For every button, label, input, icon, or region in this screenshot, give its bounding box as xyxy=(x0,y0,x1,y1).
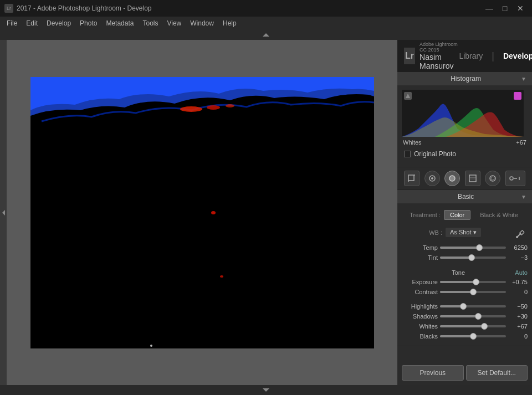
menu-view[interactable]: View xyxy=(162,18,186,28)
color-treatment-button[interactable]: Color xyxy=(444,210,470,220)
photo-frame xyxy=(30,77,374,348)
radial-filter-button[interactable] xyxy=(444,171,460,186)
tint-slider-row: Tint −3 xyxy=(402,253,528,263)
nav-library[interactable]: Library xyxy=(459,52,483,60)
blacks-slider-row: Blacks 0 xyxy=(402,331,528,341)
whites-slider-row: Whites +67 xyxy=(402,321,528,331)
user-name: Nasim Mansurov xyxy=(420,53,459,70)
temp-label: Temp xyxy=(402,244,438,251)
basic-collapse-icon: ▼ xyxy=(521,194,526,200)
collapse-top-icon[interactable] xyxy=(263,33,269,37)
heal-icon xyxy=(428,175,436,182)
tone-auto-button[interactable]: Auto xyxy=(515,269,528,276)
exposure-slider-fill xyxy=(440,281,476,283)
blacks-slider-track[interactable] xyxy=(440,335,506,337)
close-button[interactable]: ✕ xyxy=(513,1,528,16)
whites-slider-track[interactable] xyxy=(440,325,506,327)
svg-point-2 xyxy=(226,104,234,107)
minimize-button[interactable]: — xyxy=(482,1,497,16)
tone-label: Tone xyxy=(402,269,515,276)
set-default-button[interactable]: Set Default... xyxy=(466,365,528,381)
shadows-slider-fill xyxy=(440,315,478,317)
menu-metadata[interactable]: Metadata xyxy=(101,18,138,28)
bw-treatment-button[interactable]: Black & White xyxy=(474,210,524,220)
svg-rect-13 xyxy=(469,175,476,182)
collapse-bottom-icon[interactable] xyxy=(263,388,269,392)
tone-curve-button[interactable] xyxy=(505,171,525,186)
shadows-slider-track[interactable] xyxy=(440,315,506,317)
exposure-slider-row: Exposure +0.75 xyxy=(402,277,528,287)
histogram-label-row: Whites +67 xyxy=(402,137,528,148)
menu-edit[interactable]: Edit xyxy=(22,18,42,28)
exposure-slider-thumb[interactable] xyxy=(473,279,479,285)
histogram-title: Histogram xyxy=(411,75,521,83)
product-name: Adobe Lightroom CC 2015 xyxy=(420,42,459,53)
nav-develop[interactable]: Develop xyxy=(503,52,532,60)
svg-point-5 xyxy=(150,345,152,347)
crop-icon xyxy=(408,175,416,182)
lr-logo-box: Lr xyxy=(404,48,415,64)
shadows-label: Shadows xyxy=(402,313,438,320)
svg-point-3 xyxy=(211,211,216,214)
menubar: File Edit Develop Photo Metadata Tools V… xyxy=(0,17,532,30)
temp-value: 6250 xyxy=(508,244,528,251)
heal-tool-button[interactable] xyxy=(424,171,440,186)
histogram-svg xyxy=(402,90,524,137)
basic-header[interactable]: Basic ▼ xyxy=(397,190,532,203)
tone-gap xyxy=(402,263,528,267)
histogram-channel-label: Whites xyxy=(403,139,422,146)
lr-header: Lr Adobe Lightroom CC 2015 Nasim Mansuro… xyxy=(397,40,532,72)
menu-window[interactable]: Window xyxy=(186,18,218,28)
whites-label: Whites xyxy=(402,323,438,330)
svg-point-12 xyxy=(449,176,455,181)
bottom-strip xyxy=(0,385,532,395)
main-container: Lr Adobe Lightroom CC 2015 Nasim Mansuro… xyxy=(0,30,532,395)
highlights-slider-track[interactable] xyxy=(440,305,506,307)
whites-slider-thumb[interactable] xyxy=(481,323,488,330)
menu-develop[interactable]: Develop xyxy=(42,18,75,28)
contrast-slider-track[interactable] xyxy=(440,291,506,293)
histogram-highlight-warning[interactable] xyxy=(514,92,521,100)
left-panel-toggle[interactable] xyxy=(0,40,7,385)
menu-tools[interactable]: Tools xyxy=(138,18,162,28)
wb-value-dropdown[interactable]: As Shot ▾ xyxy=(446,228,481,237)
wb-eyedropper-row: WB : As Shot ▾ xyxy=(402,224,528,243)
blacks-slider-thumb[interactable] xyxy=(470,333,477,340)
previous-button[interactable]: Previous xyxy=(402,365,464,381)
photo-canvas xyxy=(30,77,374,348)
blacks-slider-fill xyxy=(440,335,473,337)
svg-point-4 xyxy=(220,275,223,278)
exposure-slider-track[interactable] xyxy=(440,281,506,283)
exposure-value: +0.75 xyxy=(508,279,528,285)
tone-header: Tone Auto xyxy=(402,267,528,277)
tint-slider-track[interactable] xyxy=(440,257,506,259)
contrast-slider-thumb[interactable] xyxy=(470,289,477,295)
tint-label: Tint xyxy=(402,254,438,261)
histogram-shadow-warning[interactable] xyxy=(404,92,412,100)
tint-slider-thumb[interactable] xyxy=(468,254,475,261)
menu-photo[interactable]: Photo xyxy=(75,18,101,28)
crop-tool-button[interactable] xyxy=(404,171,420,186)
titlebar-controls[interactable]: — □ ✕ xyxy=(482,1,528,16)
shadows-slider-thumb[interactable] xyxy=(475,313,482,320)
original-photo-checkbox[interactable] xyxy=(404,151,411,157)
contrast-value: 0 xyxy=(508,289,528,295)
temp-slider-thumb[interactable] xyxy=(476,244,483,251)
maximize-button[interactable]: □ xyxy=(498,1,512,16)
eyedropper-icon[interactable] xyxy=(515,229,525,239)
histogram-header[interactable]: Histogram ▼ xyxy=(397,72,532,85)
highlights-slider-thumb[interactable] xyxy=(460,303,467,310)
radial-icon xyxy=(448,175,456,182)
panel-spacer xyxy=(397,346,532,361)
triangle-icon xyxy=(405,93,411,99)
temp-slider-track[interactable] xyxy=(440,247,506,249)
menu-file[interactable]: File xyxy=(2,18,22,28)
lr-logo: Lr Adobe Lightroom CC 2015 Nasim Mansuro… xyxy=(404,42,459,70)
highlights-label: Highlights xyxy=(402,303,438,310)
adjustment-brush-button[interactable] xyxy=(485,171,500,186)
app-icon: Lr xyxy=(4,4,13,13)
temp-slider-row: Temp 6250 xyxy=(402,243,528,253)
wb-label: WB : xyxy=(412,229,442,236)
menu-help[interactable]: Help xyxy=(218,18,241,28)
graduated-filter-button[interactable] xyxy=(465,171,480,186)
